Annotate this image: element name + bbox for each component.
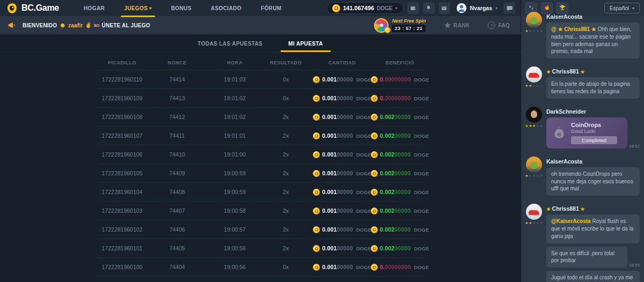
rating-star-icon: ★ — [525, 221, 528, 225]
chat-message: ★★★★★ DarkSchneider B CoinDrops Good Luc… — [525, 107, 640, 152]
profit-main: 0.002 — [380, 189, 394, 195]
profit-dim: 00000 — [394, 132, 411, 139]
amount-dim: 00000 — [337, 207, 353, 214]
table-row[interactable]: 1722281960100 74404 19:00:56 0x D 0.0010… — [97, 258, 424, 277]
free-spin-label: Next Free Spin — [392, 18, 426, 24]
user-rating: ★★★★★ — [525, 221, 543, 225]
column-header-result: RESULTADO — [263, 60, 309, 65]
welcome-prefix: BIENVENIDO — [23, 23, 57, 28]
table-row[interactable]: 1722281960102 74406 19:00:57 2x D 0.0010… — [97, 220, 424, 239]
rating-star-icon: ★ — [536, 29, 539, 33]
wallet-icon — [409, 5, 416, 12]
profit-value: 0.00200000 — [380, 170, 411, 176]
free-spin-widget[interactable]: Next Free Spin 23 : 57 : 21 — [374, 18, 426, 33]
balance-selector[interactable]: D 141.067496 DOGE ▾ — [326, 2, 404, 14]
cell-hash: 1722281960106 — [97, 151, 148, 158]
nav-item-bonus[interactable]: BONUS — [171, 0, 192, 16]
table-row[interactable]: 1722281960106 74410 19:01:00 2x D 0.0010… — [97, 145, 424, 164]
logo[interactable]: BC.Game — [6, 3, 59, 14]
faq-label: FAQ — [498, 22, 510, 28]
cell-time: 19:00:59 — [207, 189, 263, 195]
table-row[interactable]: 1722281960104 74408 19:00:59 2x D 0.0010… — [97, 183, 424, 202]
bell-icon — [425, 5, 432, 12]
user-menu[interactable]: Nvargas ▾ — [456, 3, 497, 13]
rating-star-icon: ★ — [532, 174, 536, 178]
message-time: 18:52 — [629, 144, 640, 149]
avatar[interactable] — [526, 157, 542, 173]
rank-link[interactable]: ★ RANK — [444, 21, 470, 29]
user-mention[interactable]: @KaiserAcosta — [551, 218, 592, 224]
doge-coin-icon: D — [313, 76, 320, 83]
nav-item-forum[interactable]: FÓRUM — [261, 0, 282, 16]
cell-amount: D 0.00100000 DOGE — [309, 170, 376, 177]
chat-message: ★★★★★ ★ Chriss881 ★ En la parte de abajo… — [525, 66, 640, 102]
chat-username[interactable]: KaiserAcosta — [546, 13, 640, 20]
currency-label: DOGE — [414, 208, 429, 214]
user-mention[interactable]: @ ★ Chriss881 ★ — [551, 26, 598, 32]
chat-message-body-col: ★ Chriss881 ★ @KaiserAcosta Royal flush … — [546, 204, 640, 282]
cell-profit: D 0.00200000 DOGE — [376, 189, 424, 196]
faq-link[interactable]: ? FAQ — [488, 21, 510, 29]
amount-value: 0.00100000 — [322, 245, 353, 251]
avatar[interactable] — [526, 107, 542, 123]
coindrops-card[interactable]: B CoinDrops Good Luck! Completed — [546, 117, 627, 149]
profit-value: 0.00200000 — [380, 132, 411, 139]
user-rating: ★★★★★ — [525, 29, 543, 33]
table-row[interactable]: 1722281960101 74405 19:00:56 2x D 0.0010… — [97, 239, 424, 258]
chat-username[interactable]: ★ Chriss881 ★ — [546, 68, 640, 75]
avatar[interactable] — [526, 66, 542, 83]
rating-star-icon: ★ — [529, 29, 532, 33]
table-row[interactable]: 1722281960110 74414 19:01:03 0x D 0.0010… — [97, 70, 424, 89]
message-body: En la parte de abajo de la pagina tienes… — [546, 77, 640, 99]
caret-down-icon: ▾ — [396, 6, 398, 11]
rating-star-icon: ★ — [536, 84, 539, 88]
cell-result: 0x — [263, 95, 309, 101]
avatar — [456, 3, 467, 13]
amount-value: 0.00100000 — [322, 170, 353, 176]
profit-dim: 00000 — [394, 114, 411, 120]
cell-time: 19:00:56 — [207, 264, 263, 270]
table-row[interactable]: 1722281960107 74411 19:01:01 2x D 0.0010… — [97, 127, 424, 145]
cell-profit: D 0.00000000 DOGE — [376, 95, 424, 102]
tab-my-bets[interactable]: MI APUESTA — [288, 41, 323, 47]
messages-button[interactable] — [438, 2, 450, 14]
notifications-button[interactable] — [423, 2, 435, 14]
nav-item-juegos[interactable]: JUEGOS▾ — [124, 0, 152, 16]
table-row[interactable]: 1722281960103 74407 19:00:58 2x D 0.0010… — [97, 202, 424, 220]
chat-message-gutter: ★★★★★ — [525, 12, 543, 62]
rank-label: RANK — [453, 22, 470, 28]
message-body: @ ★ Chriss881 ★ Ohh que bien, nada mal..… — [546, 23, 640, 58]
table-row[interactable]: 1722281960108 74412 19:01:02 2x D 0.0010… — [97, 108, 424, 127]
doge-coin-icon: D — [313, 132, 320, 139]
avatar[interactable] — [526, 12, 542, 28]
column-header-profit: BENEFICIÓ — [376, 60, 424, 65]
cell-time: 19:00:56 — [207, 245, 263, 251]
cell-hash: 1722281960110 — [97, 76, 148, 83]
bubble-row: En la parte de abajo de la pagina tienes… — [546, 77, 640, 99]
main-column: BC.Game HOGAR JUEGOS▾ BONUS ASOCIADO FÓR… — [0, 0, 521, 282]
wallet-button[interactable] — [407, 2, 419, 14]
chat-message: ★★★★★ KaiserAcosta oh tremendo CounDrops… — [525, 157, 640, 199]
table-row[interactable]: 1722281960109 74413 19:01:02 0x D 0.0010… — [97, 89, 424, 108]
avatar[interactable] — [526, 204, 542, 220]
nav-item-hogar[interactable]: HOGAR — [84, 0, 105, 16]
chat-message-body-col: DarkSchneider B CoinDrops Good Luck! Com… — [546, 107, 640, 152]
coindrops-info: CoinDrops Good Luck! Completed — [571, 122, 617, 144]
chat-username[interactable]: DarkSchneider — [546, 108, 640, 115]
nav-item-asociado[interactable]: ASOCIADO — [211, 0, 241, 16]
amount-main: 0.001 — [322, 76, 336, 83]
message-body: oh tremendo CounDrops pero nunca me deja… — [546, 167, 640, 196]
rating-star-icon: ★ — [529, 124, 532, 128]
cell-nonce: 74404 — [148, 264, 207, 270]
chat-toggle-button[interactable] — [503, 2, 515, 14]
doge-coin-icon: D — [371, 245, 378, 252]
welcome-username: zaafir — [68, 23, 83, 28]
chat-username[interactable]: ★ Chriss881 ★ — [546, 205, 640, 212]
chat-username[interactable]: KaiserAcosta — [546, 158, 640, 165]
cell-nonce: 74408 — [148, 189, 207, 195]
cell-nonce: 74406 — [148, 226, 207, 233]
completed-button[interactable]: Completed — [571, 136, 617, 144]
table-row[interactable]: 1722281960105 74409 19:00:59 2x D 0.0010… — [97, 164, 424, 183]
tab-all-bets[interactable]: TODAS LAS APUESTAS — [197, 41, 262, 47]
cell-amount: D 0.00100000 DOGE — [309, 132, 376, 139]
